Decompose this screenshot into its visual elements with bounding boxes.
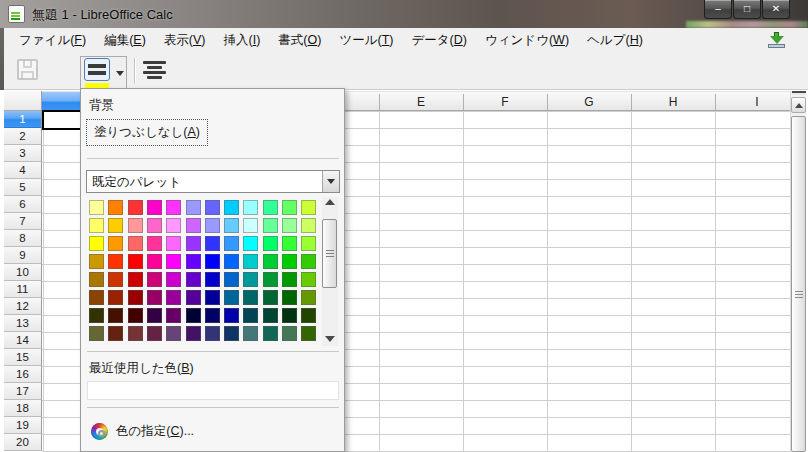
column-header-H[interactable]: H xyxy=(669,95,678,109)
color-swatch-000099[interactable] xyxy=(205,290,220,305)
color-swatch-000033[interactable] xyxy=(186,308,201,323)
color-swatch-CC0077[interactable] xyxy=(147,272,162,287)
color-swatch-CCFF33[interactable] xyxy=(301,200,316,215)
color-swatch-CCFF66[interactable] xyxy=(301,218,316,233)
color-swatch-FFFF99[interactable] xyxy=(89,200,104,215)
row-header-7[interactable]: 7 xyxy=(4,213,42,230)
color-swatch-00CCFF[interactable] xyxy=(224,200,239,215)
color-swatch-447777[interactable] xyxy=(243,326,258,341)
color-swatch-336600[interactable] xyxy=(301,326,316,341)
menu-tools[interactable]: ツール(T) xyxy=(330,29,402,52)
color-swatch-441166[interactable] xyxy=(186,326,201,341)
color-swatch-FF3300[interactable] xyxy=(108,254,123,269)
color-swatch-662244[interactable] xyxy=(147,326,162,341)
color-swatch-FF66CC[interactable] xyxy=(147,218,162,233)
row-header-15[interactable]: 15 xyxy=(4,349,42,366)
color-swatch-33FF33[interactable] xyxy=(282,236,297,251)
color-swatch-FF8000[interactable] xyxy=(108,200,123,215)
color-swatch-992200[interactable] xyxy=(108,290,123,305)
color-swatch-0066FF[interactable] xyxy=(224,254,239,269)
color-swatch-FFFF00[interactable] xyxy=(89,236,104,251)
custom-color-button[interactable]: 色の指定(C)... xyxy=(91,420,194,442)
color-swatch-FF00CC[interactable] xyxy=(147,200,162,215)
color-swatch-004433[interactable] xyxy=(263,308,278,323)
split-handle[interactable] xyxy=(792,91,806,95)
row-header-10[interactable]: 10 xyxy=(4,264,42,281)
menu-edit[interactable]: 編集(E) xyxy=(95,29,155,52)
close-button[interactable]: ✕ xyxy=(762,0,790,19)
color-swatch-0000AA[interactable] xyxy=(224,308,239,323)
color-swatch-FF6666[interactable] xyxy=(128,236,143,251)
save-button[interactable] xyxy=(13,56,43,85)
row-header-18[interactable]: 18 xyxy=(4,400,42,417)
color-swatch-CC66FF[interactable] xyxy=(186,218,201,233)
color-swatch-CC0000[interactable] xyxy=(128,272,143,287)
palette-select[interactable]: 既定のパレット xyxy=(86,170,340,193)
no-fill-button[interactable]: 塗りつぶしなし(A) xyxy=(87,120,207,145)
color-swatch-66FF99[interactable] xyxy=(263,218,278,233)
column-separator[interactable] xyxy=(463,94,464,110)
color-swatch-6600CC[interactable] xyxy=(186,272,201,287)
color-swatch-CC9900[interactable] xyxy=(89,254,104,269)
color-swatch-CC3300[interactable] xyxy=(108,272,123,287)
color-swatch-9999FF[interactable] xyxy=(205,218,220,233)
color-swatch-FF00FF[interactable] xyxy=(166,254,181,269)
color-swatch-00FFFF[interactable] xyxy=(243,236,258,251)
column-separator[interactable] xyxy=(631,94,632,110)
color-swatch-3399FF[interactable] xyxy=(224,236,239,251)
palette-scrollbar[interactable] xyxy=(322,197,338,346)
color-swatch-6666FF[interactable] xyxy=(205,200,220,215)
color-swatch-990000[interactable] xyxy=(128,290,143,305)
color-swatch-9999FF[interactable] xyxy=(186,200,201,215)
color-swatch-FF3333[interactable] xyxy=(128,200,143,215)
color-swatch-550099[interactable] xyxy=(186,290,201,305)
color-swatch-99FFFF[interactable] xyxy=(243,200,258,215)
column-header-F[interactable]: F xyxy=(501,95,508,109)
row-header-11[interactable]: 11 xyxy=(4,281,42,298)
palette-scrollbar-thumb[interactable] xyxy=(322,219,337,288)
menu-view[interactable]: 表示(V) xyxy=(155,29,215,52)
scrollbar-thumb[interactable] xyxy=(791,116,806,452)
row-header-8[interactable]: 8 xyxy=(4,230,42,247)
color-swatch-330044[interactable] xyxy=(147,308,162,323)
color-swatch-224400[interactable] xyxy=(301,308,316,323)
color-swatch-9933FF[interactable] xyxy=(186,236,201,251)
row-header-1[interactable]: 1 xyxy=(4,111,42,128)
color-swatch-662211[interactable] xyxy=(108,326,123,341)
row-header-20[interactable]: 20 xyxy=(4,434,42,451)
row-header-12[interactable]: 12 xyxy=(4,298,42,315)
color-swatch-447755[interactable] xyxy=(282,326,297,341)
color-swatch-CC00CC[interactable] xyxy=(166,272,181,287)
menu-format[interactable]: 書式(O) xyxy=(269,29,330,52)
color-swatch-6600FF[interactable] xyxy=(186,254,201,269)
row-header-13[interactable]: 13 xyxy=(4,315,42,332)
row-header-14[interactable]: 14 xyxy=(4,332,42,349)
palette-select-dropdown-button[interactable] xyxy=(322,171,339,192)
column-separator[interactable] xyxy=(547,94,548,110)
row-header-9[interactable]: 9 xyxy=(4,247,42,264)
color-swatch-66FF66[interactable] xyxy=(282,200,297,215)
row-header-2[interactable]: 2 xyxy=(4,128,42,145)
color-swatch-000066[interactable] xyxy=(205,308,220,323)
vertical-scrollbar[interactable] xyxy=(790,91,806,452)
color-swatch-3333FF[interactable] xyxy=(205,236,220,251)
color-swatch-FF9900[interactable] xyxy=(108,236,123,251)
color-swatch-00FF66[interactable] xyxy=(263,236,278,251)
color-swatch-66CC00[interactable] xyxy=(301,272,316,287)
color-swatch-FF33FF[interactable] xyxy=(166,200,181,215)
color-swatch-666633[interactable] xyxy=(89,326,104,341)
column-separator[interactable] xyxy=(715,94,716,110)
menu-file[interactable]: ファイル(F) xyxy=(10,29,95,52)
color-swatch-33FF99[interactable] xyxy=(263,200,278,215)
column-header-E[interactable]: E xyxy=(417,95,425,109)
column-separator[interactable] xyxy=(379,94,380,110)
color-swatch-FF66FF[interactable] xyxy=(166,236,181,251)
color-swatch-0066CC[interactable] xyxy=(224,272,239,287)
color-swatch-990099[interactable] xyxy=(166,290,181,305)
color-swatch-009933[interactable] xyxy=(263,272,278,287)
background-color-button[interactable] xyxy=(80,56,127,90)
row-header-19[interactable]: 19 xyxy=(4,417,42,434)
row-header-4[interactable]: 4 xyxy=(4,162,42,179)
row-header-17[interactable]: 17 xyxy=(4,383,42,400)
color-swatch-00CC33[interactable] xyxy=(263,254,278,269)
